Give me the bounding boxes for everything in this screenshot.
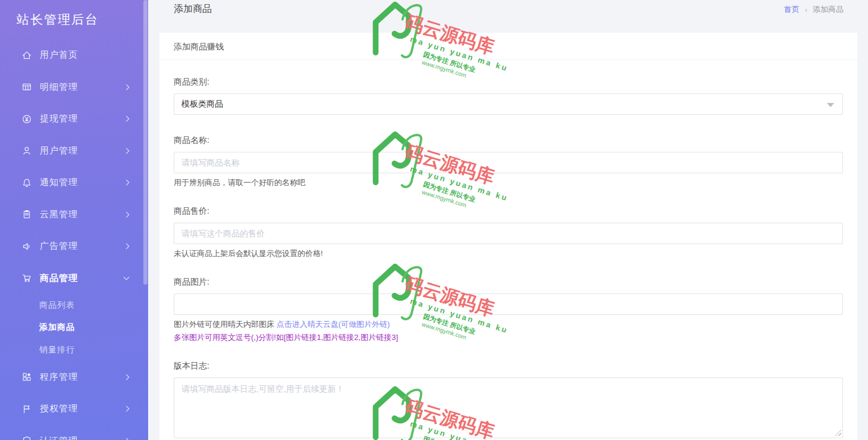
- chevron-right-icon: [124, 180, 130, 186]
- sidebar-item-label: 用户管理: [40, 145, 78, 157]
- name-help: 用于辨别商品，请取一个好听的名称吧: [174, 177, 843, 188]
- cart-icon: [21, 273, 32, 283]
- add-goods-form: 商品类别: 模板类商品 商品名称: 用于辨别商品，请取一个好听的名称吧 商品售价…: [159, 60, 857, 440]
- chevron-right-icon: [124, 211, 130, 217]
- flag-icon: [21, 404, 32, 414]
- category-select[interactable]: 模板类商品: [174, 93, 843, 115]
- sidebar-item-label: 程序管理: [40, 372, 78, 383]
- topbar: 添加商品 首页 › 添加商品: [148, 0, 868, 15]
- sidebar-item-label: 明细管理: [40, 82, 78, 93]
- add-goods-card: 添加商品赚钱 商品类别: 模板类商品 商品名称: 用于辨别商品，请取一个好听的名…: [159, 33, 857, 440]
- category-selected-value: 模板类商品: [181, 99, 223, 110]
- sidebar-item-label: 用户首页: [40, 49, 78, 61]
- sidebar-item-users[interactable]: 用户管理: [0, 135, 148, 167]
- breadcrumb: 首页 › 添加商品: [784, 3, 844, 15]
- images-help: 图片外链可使用晴天内部图床 点击进入晴天云盘(可做图片外链): [174, 319, 843, 330]
- home-icon: [21, 50, 32, 61]
- images-help-warning: 多张图片可用英文逗号(,)分割!如[图片链接1,图片链接2,图片链接3]: [174, 332, 843, 343]
- card-header: 添加商品赚钱: [159, 33, 857, 60]
- sidebar-item-label: 云黑管理: [40, 209, 78, 220]
- sidebar-subitem-label: 添加商品: [39, 322, 75, 333]
- sidebar-item-notice[interactable]: 通知管理: [0, 167, 148, 199]
- sidebar-item-label: 认证管理: [40, 435, 78, 440]
- sidebar-item-certification[interactable]: 认证管理: [0, 425, 148, 440]
- form-group-name: 商品名称: 用于辨别商品，请取一个好听的名称吧: [174, 135, 843, 188]
- sidebar-item-program[interactable]: 程序管理: [0, 361, 148, 394]
- select-caret-icon: [827, 103, 834, 107]
- bell-icon: [21, 177, 32, 188]
- sidebar-item-label: 授权管理: [40, 403, 78, 414]
- main-content: 添加商品 首页 › 添加商品 添加商品赚钱 商品类别: 模板类商品 商品名称: …: [148, 0, 868, 440]
- category-label: 商品类别:: [174, 77, 843, 88]
- name-label: 商品名称:: [174, 135, 843, 146]
- sidebar-item-label: 提现管理: [40, 113, 78, 124]
- sidebar-item-goods[interactable]: 商品管理: [0, 263, 148, 295]
- chevron-right-icon: [124, 438, 130, 440]
- yen-circle-icon: [21, 114, 32, 124]
- table-icon: [21, 82, 32, 92]
- price-input[interactable]: [174, 223, 843, 244]
- chevron-down-icon: [124, 274, 130, 280]
- sidebar-subitem-label: 销量排行: [39, 345, 75, 355]
- sidebar-item-authorization[interactable]: 授权管理: [0, 393, 148, 425]
- sidebar-item-withdraw[interactable]: 提现管理: [0, 103, 148, 135]
- speaker-icon: [21, 241, 32, 252]
- breadcrumb-current: 添加商品: [813, 4, 844, 15]
- name-input[interactable]: [174, 152, 843, 173]
- shield-icon: [21, 435, 32, 440]
- sidebar-subitem-sales-rank[interactable]: 销量排行: [0, 339, 148, 361]
- page-title: 添加商品: [174, 3, 212, 15]
- chevron-right-icon: [124, 148, 130, 154]
- sidebar-nav: 用户首页 明细管理 提现管理 用户管理 通知管理 云黑管理: [0, 39, 148, 440]
- chevron-right-icon: [124, 84, 130, 90]
- breadcrumb-home-link[interactable]: 首页: [784, 4, 800, 15]
- sidebar-item-label: 商品管理: [40, 273, 78, 284]
- sidebar-item-label: 通知管理: [40, 177, 78, 188]
- cloud-disk-link[interactable]: 点击进入晴天云盘(可做图片外链): [277, 320, 390, 329]
- sidebar-item-ads[interactable]: 广告管理: [0, 230, 148, 263]
- sidebar-subitem-goods-list[interactable]: 商品列表: [0, 294, 148, 317]
- changelog-textarea[interactable]: [174, 377, 843, 438]
- images-input[interactable]: [174, 294, 843, 315]
- images-label: 商品图片:: [174, 277, 843, 288]
- form-group-images: 商品图片: 图片外链可使用晴天内部图床 点击进入晴天云盘(可做图片外链) 多张图…: [174, 277, 843, 343]
- sidebar: 站长管理后台 用户首页 明细管理 提现管理 用户管理 通知管理: [0, 0, 148, 440]
- chevron-right-icon: [124, 116, 130, 122]
- user-icon: [21, 145, 32, 156]
- changelog-label: 版本日志:: [174, 361, 843, 372]
- form-group-changelog: 版本日志: 投稿商品默认为1.0版本,可填写相关更新日志等,和商品介绍不同,后续…: [174, 361, 843, 440]
- chevron-right-icon: [124, 374, 130, 380]
- chevron-right-icon: [124, 406, 130, 412]
- sidebar-item-detail[interactable]: 明细管理: [0, 71, 148, 104]
- price-help: 未认证商品上架后会默认显示您设置的价格!: [174, 248, 843, 259]
- price-label: 商品售价:: [174, 206, 843, 217]
- images-help-text: 图片外链可使用晴天内部图床: [174, 320, 277, 329]
- form-group-category: 商品类别: 模板类商品: [174, 77, 843, 115]
- sidebar-scrollbar-thumb[interactable]: [143, 0, 148, 285]
- sidebar-item-cloud-blacklist[interactable]: 云黑管理: [0, 199, 148, 231]
- sidebar-subitem-goods-add[interactable]: 添加商品: [0, 317, 148, 339]
- chevron-right-icon: [124, 244, 130, 249]
- sidebar-subitem-label: 商品列表: [39, 300, 75, 311]
- form-group-price: 商品售价: 未认证商品上架后会默认显示您设置的价格!: [174, 206, 843, 259]
- breadcrumb-separator-icon: ›: [805, 5, 807, 14]
- clipboard-icon: [21, 209, 32, 220]
- app-title: 站长管理后台: [0, 0, 148, 28]
- sidebar-item-user-home[interactable]: 用户首页: [0, 39, 148, 71]
- sidebar-item-label: 广告管理: [40, 241, 78, 252]
- blocks-icon: [21, 372, 32, 382]
